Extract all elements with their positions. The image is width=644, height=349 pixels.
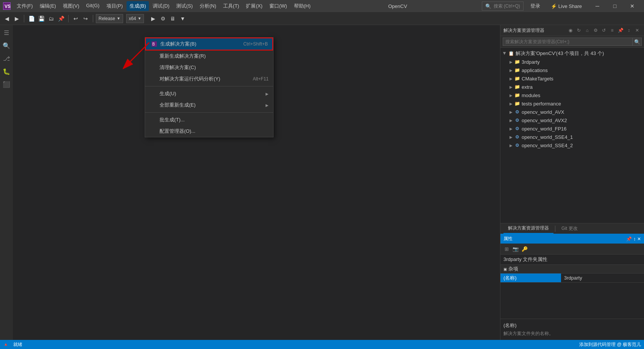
tab-git-changes[interactable]: Git 更改 bbox=[557, 224, 582, 233]
menu-build-submenu[interactable]: 生成(U) ▶ bbox=[145, 88, 273, 99]
build-solution-shortcut: Ctrl+Shift+B bbox=[243, 41, 268, 47]
filter-btn[interactable]: ⚙ bbox=[592, 27, 599, 34]
refresh-btn[interactable]: ↻ bbox=[575, 27, 583, 34]
build-sub-arrow: ▶ bbox=[266, 92, 269, 96]
right-panel: 解决方案资源管理器 ◉ ↻ ⌂ ⚙ ↺ ≡ 📌 ↕ ✕ 🔍 ▶ 📋 解 bbox=[500, 25, 644, 340]
save-all-button[interactable]: 🗂 bbox=[47, 14, 56, 23]
menu-build-solution[interactable]: B 生成解决方案(B) Ctrl+Shift+B bbox=[145, 38, 273, 50]
prop-category-btn[interactable]: 📷 bbox=[512, 245, 519, 253]
svg-text:B: B bbox=[152, 42, 155, 46]
avx-label: opencv_world_AVX bbox=[522, 109, 564, 115]
properties-pin-btn[interactable]: 📌 bbox=[626, 236, 632, 242]
solution-root[interactable]: ▶ 📋 解决方案'OpenCV'(43 个项目，共 43 个) bbox=[500, 49, 644, 58]
redo-button[interactable]: ↪ bbox=[81, 14, 90, 23]
menu-help[interactable]: 帮助(H) bbox=[291, 1, 314, 11]
tree-item-cmaketargets[interactable]: ▶ 📁 CMakeTargets bbox=[500, 74, 644, 83]
live-share-icon: ⚡ bbox=[551, 3, 557, 9]
tab-separator bbox=[555, 226, 555, 232]
solution-search-btn[interactable]: 🔍 bbox=[633, 38, 642, 46]
maximize-button[interactable]: □ bbox=[606, 0, 624, 12]
properties-move-btn[interactable]: ↕ bbox=[633, 236, 636, 242]
tree-item-extra[interactable]: ▶ 📁 extra bbox=[500, 83, 644, 91]
menu-analyze-solution[interactable]: 对解决方案运行代码分析(Y) Alt+F11 bbox=[145, 73, 273, 85]
tree-item-fp16[interactable]: ▶ ⚙ opencv_world_FP16 bbox=[500, 124, 644, 133]
menu-debug[interactable]: 调试(D) bbox=[150, 1, 172, 11]
menu-batch-build[interactable]: 批生成(T)... bbox=[145, 114, 273, 126]
status-source-control[interactable]: 添加到源代码管理 @ 极客范儿 bbox=[579, 341, 641, 348]
status-text: 就绪 bbox=[13, 341, 22, 348]
run-options-button[interactable]: ⚙ bbox=[158, 14, 167, 23]
tree-item-tests-performance[interactable]: ▶ 📁 tests performance bbox=[500, 99, 644, 108]
new-button[interactable]: 📄 bbox=[27, 14, 36, 23]
menu-analyze[interactable]: 分析(N) bbox=[197, 1, 219, 11]
menu-build[interactable]: 生成(B) bbox=[127, 1, 149, 11]
tab-solution-explorer[interactable]: 解决方案资源管理器 bbox=[503, 223, 553, 234]
menu-extensions[interactable]: 扩展(X) bbox=[243, 1, 265, 11]
applications-folder-icon: 📁 bbox=[514, 67, 520, 73]
activity-debug[interactable]: 🐛 bbox=[0, 65, 13, 77]
settings-btn[interactable]: ↺ bbox=[600, 27, 608, 34]
tree-item-avx2[interactable]: ▶ ⚙ opencv_world_AVX2 bbox=[500, 116, 644, 124]
section-label: 杂项 bbox=[508, 266, 518, 272]
debug-button[interactable]: 🖥 bbox=[168, 14, 177, 23]
undo-button[interactable]: ↩ bbox=[71, 14, 80, 23]
prop-key-btn[interactable]: 🔑 bbox=[521, 245, 528, 253]
home-btn[interactable]: ⌂ bbox=[583, 27, 591, 34]
activity-extensions[interactable]: ⬛ bbox=[0, 78, 13, 90]
tests-performance-arrow: ▶ bbox=[508, 101, 514, 107]
menu-project[interactable]: 项目(P) bbox=[103, 1, 126, 11]
tree-item-modules[interactable]: ▶ 📁 modules bbox=[500, 91, 644, 99]
forward-button[interactable]: ▶ bbox=[12, 14, 21, 23]
properties-object-label: 3rdparty 文件夹属性 bbox=[500, 255, 644, 265]
sse41-project-icon: ⚙ bbox=[514, 134, 520, 140]
batch-build-label: 批生成(T)... bbox=[159, 116, 269, 123]
login-button[interactable]: 登录 bbox=[527, 1, 544, 11]
tree-item-applications[interactable]: ▶ 📁 applications bbox=[500, 66, 644, 74]
solution-search-input[interactable] bbox=[503, 38, 633, 46]
sort-btn[interactable]: ≡ bbox=[608, 27, 616, 34]
menu-view[interactable]: 视图(V) bbox=[60, 1, 82, 11]
close-button[interactable]: ✕ bbox=[624, 0, 641, 12]
close-panel-btn[interactable]: ✕ bbox=[633, 27, 641, 34]
back-button[interactable]: ◀ bbox=[2, 14, 11, 23]
pin-panel-btn[interactable]: 📌 bbox=[617, 27, 624, 34]
properties-close-btn[interactable]: ✕ bbox=[637, 236, 641, 242]
run-button[interactable]: ▶ bbox=[148, 14, 158, 23]
save-button[interactable]: 💾 bbox=[37, 14, 46, 23]
tree-item-sse42[interactable]: ▶ ⚙ opencv_world_SSE4_2 bbox=[500, 141, 644, 149]
menu-file[interactable]: 文件(F) bbox=[14, 1, 36, 11]
avx2-arrow: ▶ bbox=[508, 117, 514, 123]
menu-rebuild-solution[interactable]: 重新生成解决方案(R) bbox=[145, 50, 273, 62]
config-dropdown[interactable]: Release ▼ bbox=[96, 14, 123, 23]
minimize-button[interactable]: ─ bbox=[589, 0, 606, 12]
activity-search[interactable]: 🔍 bbox=[0, 39, 13, 52]
collapse-all-btn[interactable]: ◉ bbox=[567, 27, 574, 34]
menu-config-manager[interactable]: 配置管理器(O)... bbox=[145, 126, 273, 137]
search-placeholder: 搜索 (Ctrl+Q) bbox=[494, 3, 520, 9]
tree-item-3rdparty[interactable]: ▶ 📁 3rdparty bbox=[500, 58, 644, 66]
menu-window[interactable]: 窗口(W) bbox=[266, 1, 290, 11]
activity-git[interactable]: ⎇ bbox=[0, 52, 13, 64]
platform-dropdown[interactable]: x64 ▼ bbox=[126, 14, 144, 23]
properties-desc-text: 解决方案文件夹的名称。 bbox=[503, 330, 641, 337]
menu-git[interactable]: Git(G) bbox=[83, 1, 102, 11]
attach-button[interactable]: ▼ bbox=[178, 14, 187, 23]
menu-edit[interactable]: 编辑(E) bbox=[37, 1, 59, 11]
tree-item-avx[interactable]: ▶ ⚙ opencv_world_AVX bbox=[500, 108, 644, 116]
tree-item-sse41[interactable]: ▶ ⚙ opencv_world_SSE4_1 bbox=[500, 133, 644, 141]
menu-tools[interactable]: 工具(T) bbox=[220, 1, 242, 11]
menu-clean-solution[interactable]: 清理解决方案(C) bbox=[145, 62, 273, 73]
main-layout: ☰ 🔍 ⎇ 🐛 ⬛ B bbox=[0, 25, 644, 340]
menu-test[interactable]: 测试(S) bbox=[173, 1, 195, 11]
3rdparty-label: 3rdparty bbox=[522, 59, 540, 65]
toolbar: ◀ ▶ 📄 💾 🗂 📌 ↩ ↪ Release ▼ x64 ▼ ▶ ⚙ 🖥 ▼ bbox=[0, 12, 644, 25]
sse41-arrow: ▶ bbox=[508, 134, 514, 140]
solution-explorer-search: 🔍 bbox=[500, 36, 644, 48]
menu-rebuild-all-submenu[interactable]: 全部重新生成(E) ▶ bbox=[145, 99, 273, 111]
cmaketargets-folder-icon: 📁 bbox=[514, 75, 520, 82]
live-share-button[interactable]: ⚡ Live Share bbox=[547, 2, 586, 11]
prop-grid-btn[interactable]: ⊞ bbox=[503, 245, 510, 253]
pin-button[interactable]: 📌 bbox=[56, 14, 66, 23]
move-panel-btn[interactable]: ↕ bbox=[625, 27, 633, 34]
activity-explorer[interactable]: ☰ bbox=[0, 27, 13, 39]
